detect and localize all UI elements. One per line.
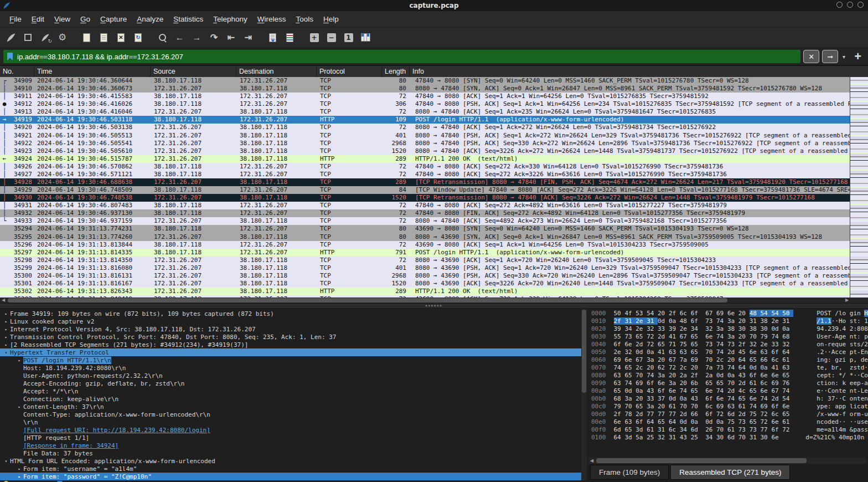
scroll-left-icon[interactable]: ◀ [588, 458, 595, 464]
packet-row-34911[interactable]: │349112024-06-14 19:30:46.41558338.180.1… [0, 93, 850, 100]
packet-row-34931[interactable]: │349312024-06-14 19:30:46.80748338.180.1… [0, 202, 850, 209]
packet-list-scrollbar-minimap[interactable] [850, 77, 868, 298]
hex-row-0040[interactable]: 00406f 6e 2d 72 65 71 75 65 73 74 73 2f … [587, 341, 868, 348]
zoom-in-icon[interactable]: + [306, 29, 323, 45]
add-filter-button[interactable]: + [854, 50, 861, 63]
clear-filter-button[interactable]: ✕ [803, 50, 819, 63]
go-last-packet-icon[interactable]: ⇥ [240, 29, 257, 45]
colorize-icon[interactable] [281, 29, 298, 45]
expander-icon[interactable]: ▸ [2, 319, 10, 324]
detail-row[interactable]: [HTTP request 1/1] [0, 434, 581, 442]
detail-row[interactable]: ▸Form item: "username" = "a1l4m" [0, 465, 581, 473]
save-capture-file-icon[interactable] [95, 29, 112, 45]
restart-capture-icon[interactable]: ↻ [37, 29, 54, 45]
column-header-protocol[interactable]: Protocol [317, 66, 382, 77]
packet-row-35295[interactable]: 352952024-06-14 19:31:13.774260172.31.26… [0, 233, 850, 241]
bytes-hscrollbar[interactable]: ◀ [588, 458, 866, 464]
expander-icon[interactable]: ▾ [2, 459, 10, 464]
column-header-source[interactable]: Source [151, 66, 236, 77]
hex-row-0080[interactable]: 008063 65 70 74 3a 20 2a 2f 2a 0d 0a 43 … [587, 372, 868, 380]
hex-row-00e0[interactable]: 00e06e 63 6f 64 65 64 0d 0a 0d 0a 75 73 … [587, 418, 868, 426]
column-header-destination[interactable]: Destination [236, 66, 317, 77]
detail-row[interactable]: ▸Transmission Control Protocol, Src Port… [0, 333, 581, 341]
packet-row-35300[interactable]: 353002024-06-14 19:31:13.816131172.31.26… [0, 272, 850, 280]
hex-row-00a0[interactable]: 00a065 0d 0a 43 6f 6e 74 65 6e 74 2d 4c … [587, 387, 868, 395]
detail-row[interactable]: ▸[2 Reassembled TCP Segments (271 bytes)… [0, 341, 581, 348]
packet-row-35299[interactable]: 352992024-06-14 19:31:13.816080172.31.26… [0, 264, 850, 272]
details-vscrollbar[interactable] [581, 309, 587, 480]
menu-tools[interactable]: Tools [291, 13, 319, 25]
close-button[interactable] [857, 2, 864, 8]
detail-row[interactable]: [Response in frame: 34924] [0, 442, 581, 449]
maximize-button[interactable] [847, 2, 853, 8]
packet-row-35297[interactable]: 352972024-06-14 19:31:13.81433538.180.17… [0, 249, 850, 257]
packet-row-34913[interactable]: │349132024-06-14 19:30:46.416046172.31.2… [0, 108, 850, 116]
packet-row-34920[interactable]: │349202024-06-14 19:30:46.503138172.31.2… [0, 124, 850, 131]
stop-capture-icon[interactable] [19, 29, 37, 45]
detail-row[interactable]: [Full request URI: http://18.194.239.42:… [0, 426, 581, 434]
packet-row-34910[interactable]: │349102024-06-14 19:30:46.360673172.31.2… [0, 85, 850, 93]
column-header-time[interactable]: Time [34, 66, 151, 77]
menu-help[interactable]: Help [318, 13, 344, 25]
hex-row-0010[interactable]: 00102f 31 2e 31 0d 0a 48 6f 73 74 3a 20 … [587, 317, 868, 325]
expander-icon[interactable]: ▸ [2, 311, 10, 316]
packet-row-34923[interactable]: │349232024-06-14 19:30:46.505610172.31.2… [0, 147, 850, 155]
detail-row[interactable]: ▸Form item: "password" = "Z!C@mp10n" [0, 473, 581, 480]
menu-statistics[interactable]: Statistics [168, 13, 208, 25]
detail-row[interactable]: Host: 18.194.239.42:8080\r\n [0, 364, 581, 372]
packet-row-34912[interactable]: ●349122024-06-14 19:30:46.41602638.180.1… [0, 100, 850, 108]
expander-icon[interactable]: ▸ [16, 474, 23, 479]
tab-frame[interactable]: Frame (109 bytes) [590, 465, 669, 480]
menu-telephony[interactable]: Telephony [208, 13, 252, 25]
expander-icon[interactable]: ▸ [2, 335, 10, 340]
hex-row-00c0[interactable]: 00c079 70 65 3a 20 61 70 70 6c 69 63 61 … [587, 403, 868, 411]
detail-row[interactable]: Accept: */*\r\n [0, 387, 581, 395]
packet-row-35296[interactable]: 352962024-06-14 19:31:13.81384438.180.17… [0, 241, 850, 249]
go-back-icon[interactable]: ← [171, 29, 188, 45]
packet-row-34922[interactable]: │349222024-06-14 19:30:46.505541172.31.2… [0, 140, 850, 147]
packet-row-34921[interactable]: │349212024-06-14 19:30:46.505513172.31.2… [0, 132, 850, 140]
bytes-hscroll-thumb[interactable] [596, 458, 807, 463]
hex-row-0070[interactable]: 007074 65 2c 20 62 72 2c 20 7a 73 74 64 … [587, 364, 868, 372]
column-header-no[interactable]: No. [0, 66, 34, 77]
detail-row[interactable]: Connection: keep-alive\r\n [0, 395, 581, 403]
filter-dropdown-icon[interactable]: ▾ [843, 54, 845, 60]
detail-row[interactable]: ▸Internet Protocol Version 4, Src: 38.18… [0, 325, 581, 333]
zoom-normal-icon[interactable]: 1 [340, 29, 357, 45]
packet-row-34927[interactable]: │349272024-06-14 19:30:46.57112138.180.1… [0, 171, 850, 178]
minimize-button[interactable] [836, 2, 843, 8]
display-filter-input[interactable] [16, 52, 800, 61]
expander-icon[interactable]: ▸ [2, 342, 10, 347]
column-header-info[interactable]: Info [410, 66, 424, 77]
hex-row-00b0[interactable]: 00b068 3a 20 33 37 0d 0a 43 6f 6e 74 65 … [587, 395, 868, 403]
scroll-left-icon[interactable]: ◀ [0, 298, 7, 303]
column-header-length[interactable]: Length [382, 66, 410, 77]
close-capture-file-icon[interactable]: ✕ [112, 29, 130, 45]
packet-row-34930[interactable]: │349302024-06-14 19:30:46.748538172.31.2… [0, 194, 850, 202]
detail-row[interactable]: ▸Content-Length: 37\r\n [0, 403, 581, 411]
detail-row[interactable]: ▸Frame 34919: 109 bytes on wire (872 bit… [0, 310, 581, 317]
menu-go[interactable]: Go [75, 13, 95, 25]
menu-file[interactable]: File [4, 13, 27, 25]
resize-columns-icon[interactable] [357, 29, 374, 45]
open-capture-file-icon[interactable] [78, 29, 95, 45]
packet-row-35298[interactable]: 352982024-06-14 19:31:13.814350172.31.26… [0, 257, 850, 264]
go-to-packet-icon[interactable]: ↷ [205, 29, 223, 45]
detail-row[interactable]: Accept-Encoding: gzip, deflate, br, zstd… [0, 380, 581, 387]
menu-edit[interactable]: Edit [27, 13, 49, 25]
packet-row-34909[interactable]: ┌349092024-06-14 19:30:46.36064438.180.1… [0, 77, 850, 85]
apply-filter-button[interactable]: ➞ [822, 50, 838, 63]
detail-row[interactable]: ▸Linux cooked capture v2 [0, 317, 581, 325]
detail-row[interactable]: File Data: 37 bytes [0, 449, 581, 457]
packet-row-34924[interactable]: ←349242024-06-14 19:30:46.515787172.31.2… [0, 155, 850, 163]
detail-row[interactable]: ▾HTML Form URL Encoded: application/x-ww… [0, 457, 581, 465]
expander-icon[interactable]: ▸ [2, 327, 10, 332]
packet-row-35294[interactable]: 352942024-06-14 19:31:13.77423138.180.17… [0, 225, 850, 233]
zoom-out-icon[interactable]: − [323, 29, 340, 45]
packet-row-35302[interactable]: 353022024-06-14 19:31:13.826343172.31.26… [0, 288, 850, 295]
reload-capture-file-icon[interactable]: ↻ [130, 29, 147, 45]
scroll-right-icon[interactable]: ▶ [844, 298, 850, 303]
packet-row-34919[interactable]: →349192024-06-14 19:30:46.50311838.180.1… [0, 116, 850, 124]
hex-row-0020[interactable]: 002039 34 2e 32 33 39 2e 34 32 3a 38 30 … [587, 325, 868, 333]
go-first-packet-icon[interactable]: ⇤ [223, 29, 240, 45]
